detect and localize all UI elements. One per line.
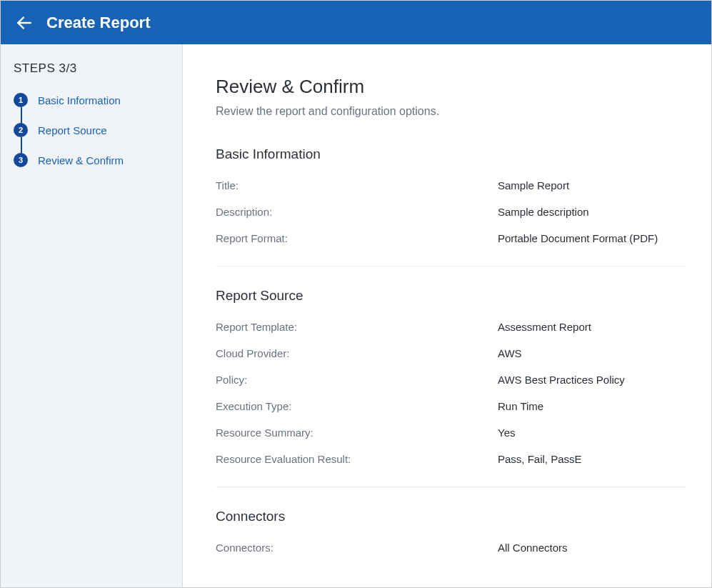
main-content: Review & Confirm Review the report and c… (183, 44, 711, 587)
field-row: Resource Evaluation Result: Pass, Fail, … (216, 453, 686, 465)
back-button[interactable] (15, 14, 34, 32)
page-subtitle: Review the report and configuration opti… (216, 105, 686, 118)
step-report-source[interactable]: 2 Report Source (14, 123, 169, 153)
field-label: Cloud Provider: (216, 347, 498, 359)
field-row: Title: Sample Report (216, 179, 686, 191)
field-value: Run Time (498, 400, 543, 412)
section-title: Report Source (216, 288, 686, 304)
field-row: Report Format: Portable Document Format … (216, 232, 686, 244)
section-connectors: Connectors Connectors: All Connectors (216, 509, 686, 575)
field-label: Report Template: (216, 321, 498, 333)
arrow-left-icon (15, 14, 34, 32)
field-label: Connectors: (216, 542, 498, 554)
field-row: Resource Summary: Yes (216, 427, 686, 439)
field-value: Yes (498, 427, 515, 439)
field-row: Description: Sample description (216, 206, 686, 218)
step-number-badge: 2 (14, 123, 28, 137)
field-label: Report Format: (216, 232, 498, 244)
field-value: AWS Best Practices Policy (498, 374, 625, 386)
section-title: Basic Information (216, 146, 686, 162)
field-value: Sample description (498, 206, 589, 218)
field-label: Description: (216, 206, 498, 218)
field-value: Pass, Fail, PassE (498, 453, 582, 465)
step-review-confirm[interactable]: 3 Review & Confirm (14, 153, 169, 167)
step-connector (21, 137, 22, 154)
step-label: Basic Information (38, 94, 121, 106)
step-label: Review & Confirm (38, 154, 124, 166)
header-title: Create Report (46, 14, 150, 32)
step-list: 1 Basic Information 2 Report Source 3 Re… (14, 93, 169, 167)
field-row: Connectors: All Connectors (216, 542, 686, 554)
field-value: Portable Document Format (PDF) (498, 232, 658, 244)
step-label: Report Source (38, 124, 107, 136)
field-label: Execution Type: (216, 400, 498, 412)
section-title: Connectors (216, 509, 686, 524)
step-number-badge: 3 (14, 153, 28, 167)
step-basic-information[interactable]: 1 Basic Information (14, 93, 169, 123)
field-value: Assessment Report (498, 321, 591, 333)
field-value: Sample Report (498, 179, 569, 191)
section-basic-information: Basic Information Title: Sample Report D… (216, 146, 686, 266)
sidebar: STEPS 3/3 1 Basic Information 2 Report S… (1, 44, 183, 587)
field-value: AWS (498, 347, 522, 359)
steps-counter: STEPS 3/3 (14, 61, 169, 76)
step-connector (21, 107, 22, 124)
field-label: Title: (216, 179, 498, 191)
field-value: All Connectors (498, 542, 568, 554)
page-title: Review & Confirm (216, 76, 686, 98)
step-number-badge: 1 (14, 93, 28, 107)
field-label: Resource Evaluation Result: (216, 453, 498, 465)
field-row: Policy: AWS Best Practices Policy (216, 374, 686, 386)
field-row: Execution Type: Run Time (216, 400, 686, 412)
field-label: Resource Summary: (216, 427, 498, 439)
field-label: Policy: (216, 374, 498, 386)
field-row: Report Template: Assessment Report (216, 321, 686, 333)
header-bar: Create Report (1, 1, 711, 44)
section-report-source: Report Source Report Template: Assessmen… (216, 288, 686, 487)
field-row: Cloud Provider: AWS (216, 347, 686, 359)
